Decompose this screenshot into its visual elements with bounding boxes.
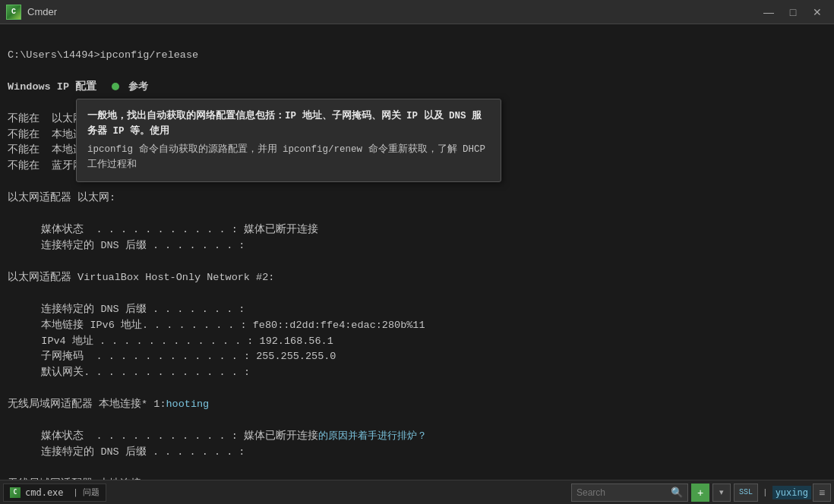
terminal-tab[interactable]: C cmd.exe | 问题 — [3, 484, 106, 502]
app-icon: C — [6, 5, 21, 20]
adapter-virtualbox-header: 以太网适配器 VirtualBox Host-Only Network #2: — [8, 270, 823, 286]
adapter-wifi1-header: 无线局域网适配器 本地连接* 1:hooting — [8, 397, 823, 413]
tab-icon: C — [10, 487, 21, 498]
add-tab-button[interactable]: + — [691, 484, 709, 502]
blank-line-6 — [8, 254, 823, 270]
blank-line-10 — [8, 461, 823, 477]
window-title: Cmder — [27, 6, 57, 17]
vbox-ipv4: IPv4 地址 . . . . . . . . . . . . : 192.16… — [8, 334, 823, 350]
search-input[interactable] — [577, 487, 668, 498]
search-box: 🔍 — [571, 484, 688, 502]
blank-line-9 — [8, 413, 823, 429]
wifi1-media-status: 媒体状态 . . . . . . . . . . . : 媒体已断开连接的原因并… — [8, 429, 823, 445]
title-bar: C Cmder — □ ✕ — [0, 0, 834, 24]
vbox-subnet: 子网掩码 . . . . . . . . . . . . : 255.255.2… — [8, 349, 823, 365]
chevron-button[interactable]: ▾ — [712, 484, 731, 502]
vbox-gateway: 默认网关. . . . . . . . . . . . . : — [8, 365, 823, 381]
green-dot — [112, 83, 119, 90]
ethernet-media-status: 媒体状态 . . . . . . . . . . . : 媒体已断开连接 — [8, 222, 823, 238]
pipe-separator: | — [760, 488, 771, 497]
minimize-button[interactable]: — — [758, 5, 779, 20]
tooltip-title: 一般地，找出自动获取的网络配置信息包括：IP 地址、子网掩码、网关 IP 以及 … — [87, 109, 490, 139]
terminal-area: C:\Users\14494>ipconfig/release Windows … — [0, 24, 834, 480]
search-icon-button[interactable]: 🔍 — [671, 487, 683, 498]
maximize-button[interactable]: □ — [782, 5, 804, 20]
adapter-wifi2-header: 无线局域网适配器 本地连接* 2: — [8, 477, 823, 480]
vbox-ipv6: 本地链接 IPv6 地址. . . . . . . . : fe80::d2dd… — [8, 318, 823, 334]
ssl-indicator: SSL — [734, 484, 758, 502]
tab-suffix: | — [68, 487, 78, 497]
blank-line-8 — [8, 381, 823, 397]
blank-line-7 — [8, 286, 823, 302]
adapter-ethernet-header: 以太网适配器 以太网: — [8, 191, 823, 206]
window-controls: — □ ✕ — [758, 5, 828, 20]
wifi1-dns-suffix: 连接特定的 DNS 后缀 . . . . . . . : — [8, 445, 823, 461]
blank-line-1 — [8, 32, 823, 48]
prompt-line: C:\Users\14494>ipconfig/release — [8, 48, 823, 64]
bottom-extra: SSL | yuxing ≡ — [734, 484, 831, 502]
tooltip-body: ipconfig 命令自动获取的源路配置，并用 ipconfig/renew 命… — [87, 142, 490, 172]
close-button[interactable]: ✕ — [807, 5, 828, 20]
ethernet-dns-suffix: 连接特定的 DNS 后缀 . . . . . . . : — [8, 238, 823, 254]
tab-problem: 问题 — [83, 487, 100, 498]
windows-ip-config-header: Windows IP 配置 参考 — [8, 80, 823, 96]
blank-line-2 — [8, 64, 823, 80]
blank-line-5 — [8, 206, 823, 222]
title-bar-left: C Cmder — [6, 5, 57, 20]
tooltip-popup: 一般地，找出自动获取的网络配置信息包括：IP 地址、子网掩码、网关 IP 以及 … — [76, 99, 501, 182]
tab-label: cmd.exe — [25, 487, 64, 498]
bottom-bar: C cmd.exe | 问题 🔍 + ▾ SSL | yuxing ≡ — [0, 480, 834, 504]
user-label[interactable]: yuxing — [772, 486, 811, 499]
menu-button[interactable]: ≡ — [813, 484, 831, 502]
vbox-dns-suffix: 连接特定的 DNS 后缀 . . . . . . . : — [8, 302, 823, 318]
ref-label: 参考 — [128, 81, 148, 93]
